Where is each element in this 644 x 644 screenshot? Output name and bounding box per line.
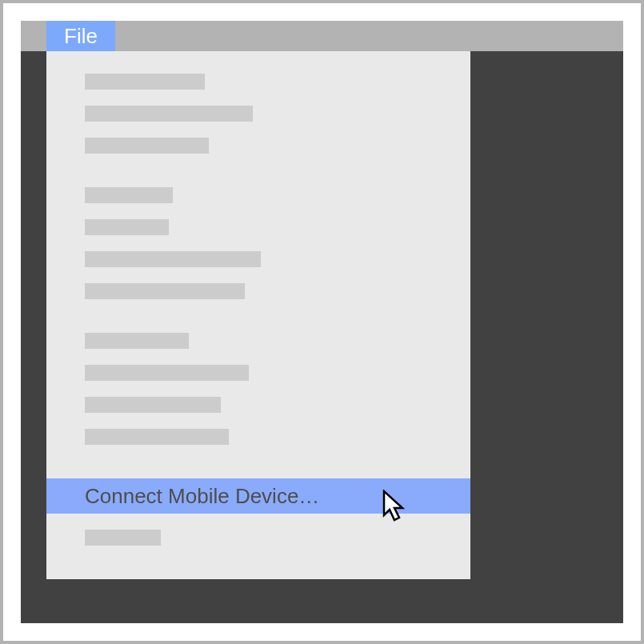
menu-item-placeholder[interactable]: [85, 74, 205, 90]
menu-item-placeholder[interactable]: [85, 219, 169, 235]
menu-item-placeholder[interactable]: [85, 138, 209, 154]
menu-item-label: Connect Mobile Device…: [85, 484, 319, 508]
menubar: File: [21, 21, 623, 51]
menu-item-placeholder[interactable]: [85, 187, 173, 203]
menu-separator: [46, 461, 470, 478]
menu-item-placeholder[interactable]: [85, 397, 221, 413]
menu-item-placeholder[interactable]: [85, 530, 161, 546]
menu-item-placeholder[interactable]: [85, 365, 249, 381]
menu-separator: [46, 170, 470, 187]
menu-item-placeholder[interactable]: [85, 251, 261, 267]
menu-item-connect-mobile-device[interactable]: Connect Mobile Device…: [46, 478, 470, 514]
app-window: File Connect Mobile Device…: [21, 21, 623, 623]
menu-item-placeholder[interactable]: [85, 429, 229, 445]
cursor-icon: [382, 490, 411, 525]
menu-item-placeholder[interactable]: [85, 106, 253, 122]
menubar-item-file[interactable]: File: [46, 21, 115, 51]
file-dropdown: Connect Mobile Device…: [46, 51, 470, 579]
menu-separator: [46, 315, 470, 333]
menu-item-placeholder[interactable]: [85, 283, 245, 299]
outer-frame: File Connect Mobile Device…: [3, 3, 641, 641]
menu-item-placeholder[interactable]: [85, 333, 189, 349]
